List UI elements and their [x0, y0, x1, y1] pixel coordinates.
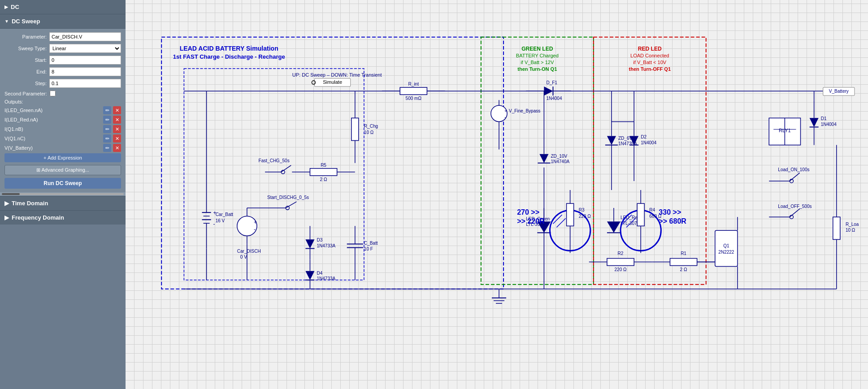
sidebar-item-frequency-domain[interactable]: ▶ Frequency Domain: [0, 210, 126, 225]
main-canvas: LEAD ACID BATTERY Simulation 1st FAST Ch…: [126, 0, 868, 389]
dc-label: DC: [11, 4, 19, 10]
svg-text:D2: D2: [641, 134, 647, 139]
output-row-4: V(Q1.nC) ✏ ✕: [4, 134, 121, 143]
svg-text:V_Battery: V_Battery: [829, 89, 849, 94]
time-domain-label: Time Domain: [12, 200, 48, 207]
svg-text:Start_DISCHG_0_5s: Start_DISCHG_0_5s: [267, 195, 309, 200]
svg-text:Load_ON_100s: Load_ON_100s: [778, 167, 809, 172]
output-edit-3[interactable]: ✏: [103, 125, 111, 133]
freq-domain-arrow-icon: ▶: [4, 214, 9, 221]
start-row: Start:: [4, 56, 121, 65]
svg-text:R_Load: R_Load: [846, 222, 859, 227]
advanced-graphing-button[interactable]: ⊞ Advanced Graphing...: [4, 165, 121, 175]
svg-text:Car_DISCH: Car_DISCH: [237, 249, 261, 254]
svg-text:Fast_CHG_50s: Fast_CHG_50s: [259, 158, 290, 163]
scrollbar-track: [2, 193, 124, 195]
svg-text:2 Ω: 2 Ω: [680, 267, 687, 272]
svg-rect-14: [400, 87, 427, 95]
svg-text:0 V: 0 V: [240, 255, 247, 259]
svg-text:R4: R4: [649, 207, 655, 212]
simulate-button-text: Simulate: [323, 79, 342, 85]
output-edit-1[interactable]: ✏: [103, 106, 111, 114]
parameter-input[interactable]: [49, 32, 121, 41]
svg-marker-62: [305, 271, 314, 280]
svg-rect-3: [594, 37, 706, 285]
sidebar-item-time-domain[interactable]: ▶ Time Domain: [0, 196, 126, 210]
svg-rect-146: [670, 259, 697, 266]
svg-text:R_Chg: R_Chg: [364, 124, 378, 129]
svg-text:2N2222: 2N2222: [718, 250, 734, 255]
svg-marker-85: [544, 86, 553, 95]
output-delete-3[interactable]: ✕: [113, 125, 121, 133]
add-expression-button[interactable]: + Add Expression: [4, 153, 121, 162]
parameter-row: Parameter:: [4, 32, 121, 41]
dc-sweep-label: DC Sweep: [12, 18, 40, 25]
step-label: Step:: [4, 81, 49, 86]
svg-text:R_int: R_int: [408, 82, 419, 86]
svg-rect-105: [567, 203, 574, 226]
svg-rect-2: [481, 37, 594, 285]
svg-text:220 Ω: 220 Ω: [579, 214, 591, 219]
end-input[interactable]: [49, 67, 121, 76]
start-input[interactable]: [49, 56, 121, 65]
circuit-title1: LEAD ACID BATTERY Simulation: [180, 45, 278, 52]
step-input[interactable]: [49, 79, 121, 88]
end-label: End:: [4, 69, 49, 74]
svg-text:BATTERY Charged: BATTERY Charged: [516, 53, 559, 58]
svg-text:10 Ω: 10 Ω: [846, 228, 855, 233]
second-param-checkbox[interactable]: [50, 91, 56, 96]
canvas-background[interactable]: LEAD ACID BATTERY Simulation 1st FAST Ch…: [126, 0, 868, 389]
svg-marker-92: [539, 154, 548, 163]
dc-sweep-body: Parameter: Sweep Type: Linear Decade Oct…: [0, 29, 126, 192]
second-param-row: Second Parameter:: [4, 91, 121, 96]
svg-text:Car_Batt: Car_Batt: [216, 212, 234, 217]
parameter-label: Parameter:: [4, 34, 49, 39]
output-edit-5[interactable]: ✏: [103, 144, 111, 152]
svg-text:1N4740A: 1N4740A: [551, 159, 569, 164]
output-icons-2: ✏ ✕: [103, 116, 121, 124]
dc-arrow-icon: ▶: [4, 4, 8, 9]
output-delete-1[interactable]: ✕: [113, 106, 121, 114]
sweep-type-row: Sweep Type: Linear Decade Octave List: [4, 44, 121, 53]
dc-sweep-arrow-icon: ▼: [4, 19, 9, 24]
svg-text:-: -: [504, 114, 506, 120]
output-edit-2[interactable]: ✏: [103, 116, 111, 124]
svg-text:10 Ω: 10 Ω: [364, 130, 374, 135]
output-delete-2[interactable]: ✕: [113, 116, 121, 124]
output-edit-4[interactable]: ✏: [103, 134, 111, 143]
sweep-type-select[interactable]: Linear Decade Octave List: [49, 44, 121, 53]
svg-line-99: [553, 215, 562, 224]
svg-marker-161: [810, 118, 819, 127]
circuit-title2: 1st FAST Charge - Discharge - Recharge: [173, 53, 285, 60]
svg-marker-126: [607, 221, 621, 233]
output-row-2: I(LED_Red.nA) ✏ ✕: [4, 116, 121, 124]
horizontal-scrollbar[interactable]: [0, 192, 126, 196]
step-row: Step:: [4, 79, 121, 88]
svg-text:then Turn-OFF Q1: then Turn-OFF Q1: [629, 66, 671, 72]
svg-text:2 Ω: 2 Ω: [320, 177, 327, 182]
output-delete-5[interactable]: ✕: [113, 144, 121, 152]
freq-domain-label: Frequency Domain: [12, 214, 64, 221]
svg-text:>> 220R: >> 220R: [517, 217, 545, 225]
output-delete-4[interactable]: ✕: [113, 134, 121, 143]
output-icons-1: ✏ ✕: [103, 106, 121, 114]
sweep-type-label: Sweep Type:: [4, 46, 49, 51]
sidebar-item-dc[interactable]: ▶ DC: [0, 0, 126, 14]
second-param-label: Second Parameter:: [4, 91, 47, 96]
output-name-5: V(V_Battery): [4, 145, 103, 151]
sidebar-item-dc-sweep[interactable]: ▼ DC Sweep: [0, 14, 126, 29]
svg-line-175: [790, 209, 799, 217]
svg-text:D3: D3: [317, 238, 322, 242]
svg-text:R1: R1: [681, 251, 686, 256]
svg-text:-: -: [254, 226, 256, 233]
start-label: Start:: [4, 57, 49, 63]
svg-text:1N4004: 1N4004: [821, 122, 837, 127]
output-name-2: I(LED_Red.nA): [4, 117, 103, 122]
output-row-1: I(LED_Green.nA) ✏ ✕: [4, 106, 121, 114]
run-dc-sweep-button[interactable]: Run DC Sweep: [4, 178, 121, 189]
svg-line-171: [790, 173, 799, 181]
svg-text:D4: D4: [317, 271, 322, 276]
svg-text:1N4004: 1N4004: [641, 140, 657, 145]
svg-rect-178: [833, 217, 840, 239]
svg-text:D1: D1: [821, 116, 827, 121]
